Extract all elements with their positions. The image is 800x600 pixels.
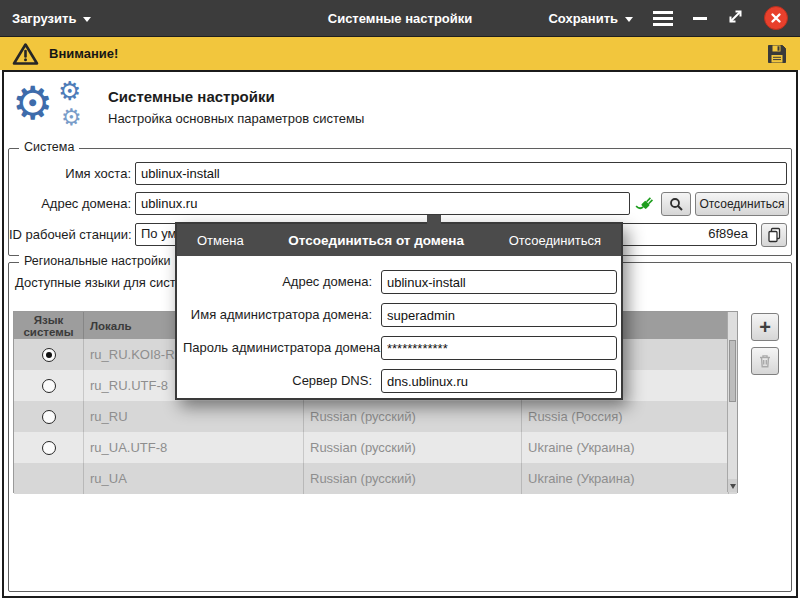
dialog-admin-password-label: Пароль администратора домена: [183,336,377,360]
dialog-dns-label: Сервер DNS: [183,369,377,393]
dialog-domain-input[interactable] [381,270,617,294]
scrollbar-thumb[interactable] [729,340,736,402]
country-cell: Ukraine (Украина) [522,432,729,463]
language-cell: Russian (русский) [304,401,522,432]
locale-radio[interactable] [42,379,56,393]
locale-row[interactable]: ru_UA.UTF-8 Russian (русский) Ukraine (У… [14,432,737,463]
minimize-icon [693,17,707,20]
locale-cell: ru_UA.UTF-8 [84,432,304,463]
station-id-label: ID рабочей станции: [9,223,131,246]
add-locale-button[interactable]: + [751,313,779,341]
save-menu-button[interactable]: Сохранить [548,11,633,26]
station-id-left-text: По ум [141,224,176,244]
domain-search-button[interactable] [661,192,691,216]
country-cell: Russia (Россия) [522,401,729,432]
domain-label: Адрес домена: [9,192,131,215]
table-scrollbar[interactable] [727,312,737,492]
dialog-admin-name-input[interactable] [381,303,617,327]
minimize-button[interactable] [693,17,707,20]
dialog-disconnect-button[interactable]: Отсоединиться [509,233,601,248]
locale-cell: ru_UA [84,463,304,494]
save-menu-label: Сохранить [548,11,618,26]
disconnect-dialog: Отмена Отсоединиться от домена Отсоедини… [175,222,623,400]
delete-locale-button[interactable] [751,347,779,375]
locale-cell: ru_RU [84,401,304,432]
system-section-legend: Система [19,140,79,154]
save-file-button[interactable] [766,43,788,65]
plus-icon: + [759,317,771,337]
load-menu-label: Загрузить [12,11,76,26]
warning-text: Внимание! [49,46,118,61]
titlebar: Загрузить Системные настройки Сохранить [0,0,800,36]
dialog-notch [427,215,441,224]
locale-radio[interactable] [42,348,56,362]
dialog-dns-input[interactable] [381,369,617,393]
chevron-down-icon [730,484,736,492]
station-id-right-text: 6f89ea [708,224,748,244]
titlebar-controls: Сохранить [548,0,788,36]
domain-input[interactable] [135,192,630,215]
page-subtitle: Настройка основных параметров системы [108,111,364,126]
load-menu-button[interactable]: Загрузить [12,11,91,26]
warning-bar: Внимание! [0,36,800,70]
dialog-admin-name-label: Имя администратора домена: [183,303,377,327]
language-cell: Russian (русский) [304,463,522,494]
regional-section-legend: Региональные настройки [19,254,175,268]
copy-icon [767,227,782,243]
country-cell: Ukraine (Украина) [522,463,729,494]
column-header-system-language: Язык системы [14,312,84,339]
scrollbar-down-button[interactable] [728,479,737,492]
page-title: Системные настройки [108,88,275,105]
gears-icon: ⚙ ⚙ ⚙ [12,78,104,140]
hostname-label: Имя хоста: [9,162,131,185]
chevron-down-icon [625,17,633,26]
main-menu-button[interactable] [653,11,673,26]
locale-radio[interactable] [42,441,56,455]
locale-row[interactable]: ru_UA Russian (русский) Ukraine (Украина… [14,463,737,494]
warning-icon [12,42,39,66]
close-icon [770,12,782,24]
available-languages-label: Доступные языки для сист [15,275,176,290]
maximize-button[interactable] [727,8,744,28]
copy-station-id-button[interactable] [761,223,787,247]
expand-icon [727,8,744,25]
dialog-domain-label: Адрес домена: [183,270,377,294]
locale-row[interactable]: ru_RU Russian (русский) Russia (Россия) [14,401,737,432]
dialog-title: Отсоединиться от домена [288,233,464,248]
dialog-header: Отмена Отсоединиться от домена Отсоедини… [177,224,621,256]
search-icon [669,197,684,212]
locale-radio[interactable] [42,410,56,424]
language-cell: Russian (русский) [304,432,522,463]
floppy-icon [766,43,788,65]
close-button[interactable] [764,6,788,30]
window-title: Системные настройки [328,11,473,26]
hostname-input[interactable] [135,162,787,185]
chevron-down-icon [83,17,91,26]
plug-connected-icon [635,193,657,218]
domain-disconnect-button[interactable]: Отсоединиться [695,192,789,216]
trash-icon [757,353,773,369]
hamburger-icon [653,11,673,14]
dialog-admin-password-input[interactable] [381,336,617,360]
dialog-cancel-button[interactable]: Отмена [197,233,244,248]
